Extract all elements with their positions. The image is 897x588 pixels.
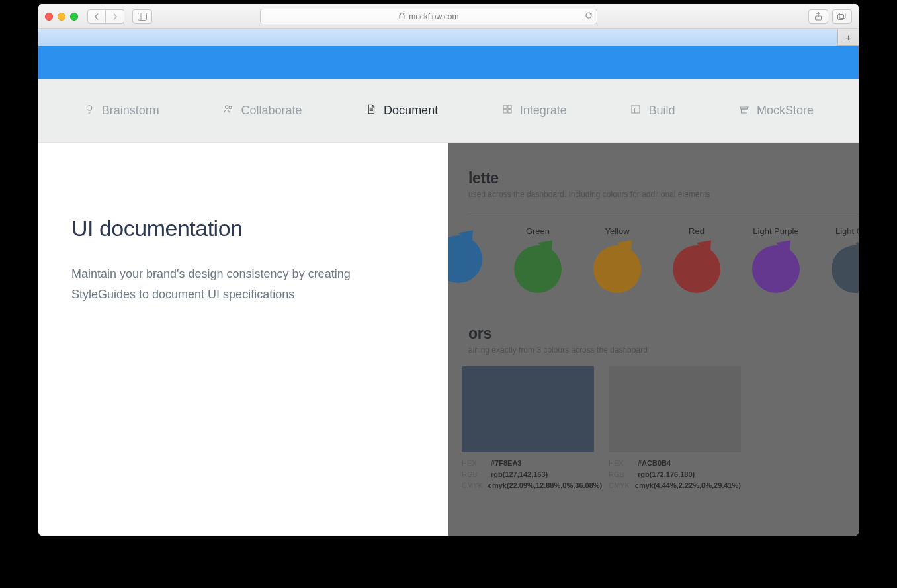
droplet-shape [593,245,641,293]
layout-icon [630,103,642,118]
svg-rect-4 [838,15,844,20]
back-button[interactable] [87,9,106,24]
close-window-button[interactable] [45,13,53,21]
svg-rect-2 [400,15,404,19]
minimize-window-button[interactable] [58,13,65,21]
tab-label: Brainstorm [102,104,159,118]
color-meta: HEX#7F8EA3RGBrgb(127,142,163)CMYKcmyk(22… [462,459,594,489]
svg-rect-12 [508,110,511,113]
colors-subtitle: aining exactly from 3 colours across the… [468,345,859,355]
palette-subtitle: used across the dashboard. Including col… [468,190,859,199]
hero-description: Maintain your brand's design consistency… [71,264,402,304]
site-header [38,46,859,79]
svg-rect-11 [503,110,507,113]
palette-row: GreenYellowRedLight PurpleLight Grey [448,226,859,293]
document-icon [365,103,377,118]
styleguide-preview: lette used across the dashboard. Includi… [448,143,859,536]
palette-droplet: Light Grey [830,226,859,293]
color-swatch [609,366,741,452]
tab-document[interactable]: Document [365,103,438,118]
tab-strip: + [38,29,859,46]
color-cards-row: HEX7RGB0,71)CMYK8.17%,15.49%,0%,72.16%)H… [448,366,859,493]
grid-icon [501,103,513,118]
color-card: HEX#ACB0B4RGBrgb(172,176,180)CMYKcmyk(4.… [609,366,741,493]
tab-label: Integrate [520,104,567,118]
tab-integrate[interactable]: Integrate [501,103,567,118]
palette-heading: lette [468,169,859,187]
forward-button[interactable] [106,9,124,24]
svg-rect-10 [508,105,511,108]
nav-buttons [87,9,124,24]
new-tab-button[interactable]: + [837,29,859,46]
lock-icon [399,12,405,21]
palette-droplet: Green [512,226,564,293]
svg-rect-5 [839,13,845,19]
droplet-shape [514,245,562,293]
people-icon [222,103,234,118]
svg-rect-13 [632,105,640,113]
droplet-shape [752,245,800,293]
hero-panel: UI documentation Maintain your brand's d… [38,143,448,536]
tab-collaborate[interactable]: Collaborate [222,103,302,118]
tab-build[interactable]: Build [630,103,675,118]
color-card: HEX#7F8EA3RGBrgb(127,142,163)CMYKcmyk(22… [462,366,594,493]
droplet-label: Red [689,226,705,236]
tab-mockstore[interactable]: MockStore [738,103,814,118]
tab-label: Document [384,104,438,118]
lightbulb-icon [83,103,95,118]
reload-icon[interactable] [585,11,593,21]
color-meta: HEX#ACB0B4RGBrgb(172,176,180)CMYKcmyk(4.… [609,459,741,489]
feature-tabs: Brainstorm Collaborate Document Integrat… [38,79,859,143]
sidebar-toggle-button[interactable] [132,9,152,24]
url-text: mockflow.com [409,12,458,21]
tabs-overview-button[interactable] [832,9,852,24]
color-swatch [462,366,594,452]
tab-brainstorm[interactable]: Brainstorm [83,103,159,118]
page-content: Brainstorm Collaborate Document Integrat… [38,46,859,536]
share-button[interactable] [808,9,828,24]
droplet-shape [448,235,482,283]
address-bar[interactable]: mockflow.com [260,9,597,24]
tab-label: Build [648,104,675,118]
svg-rect-0 [138,13,147,20]
palette-droplet [448,226,484,293]
titlebar: mockflow.com [38,4,859,29]
tab-label: Collaborate [241,104,302,118]
toolbar-right [808,9,852,24]
window-controls [45,13,78,21]
svg-rect-16 [742,109,748,113]
palette-droplet: Light Purple [750,226,802,293]
droplet-shape [832,245,859,293]
store-icon [738,103,750,118]
svg-point-7 [226,106,229,109]
divider [468,214,859,214]
colors-heading: ors [468,325,859,343]
browser-window: mockflow.com + Brainstorm Collab [38,4,859,536]
split-area: UI documentation Maintain your brand's d… [38,143,859,536]
droplet-label: Light Grey [835,226,859,236]
hero-title: UI documentation [71,216,422,241]
palette-droplet: Yellow [591,226,643,293]
droplet-shape [673,245,720,293]
svg-rect-9 [503,105,507,108]
svg-point-6 [87,106,92,111]
svg-point-8 [230,106,232,109]
tab-label: MockStore [757,104,814,118]
zoom-window-button[interactable] [70,13,78,21]
palette-droplet: Red [671,226,722,293]
droplet-label: Light Purple [753,226,798,236]
